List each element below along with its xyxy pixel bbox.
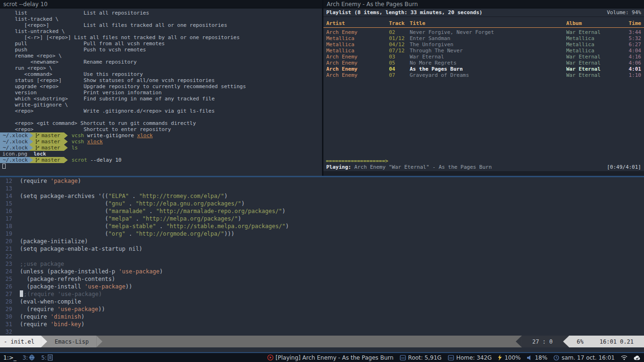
playing-track: Arch Enemy "War Eternal" - As the Pages … [351,164,492,170]
playlist-row-current[interactable]: Arch Enemy04As the Pages BurnWar Eternal… [323,66,644,72]
shell-prompt-line: ~/.xlock master scrot --delay 10 [0,157,322,163]
document-icon [48,354,53,361]
playlist-row[interactable]: Arch Enemy05No More RegretsWar Eternal4:… [323,60,644,66]
prompt-branch: master [41,145,60,151]
prompt-git-segment: master [33,132,64,139]
playlist-row[interactable]: Metallica04/12The UnforgivenMetallica6:2… [323,41,644,48]
column-artist[interactable]: Artist [326,20,389,26]
prompt-path: ~/.xlock [3,139,28,145]
workspace-button-1[interactable]: 1:>_ [3,354,17,361]
disk-icon [400,355,406,361]
code-line: 23;;use package [3,260,644,268]
status-bar: 1:>_ 3: 5: [Playing] Arch Enemy - As the… [0,353,644,362]
disk-home-text: Home: 342G [456,354,492,361]
emacs-cursor [20,290,23,297]
emacs-modeline: - init.el Emacs-Lisp 27 : 0 6% 16:01 0.2… [0,336,644,347]
column-time[interactable]: Time [618,20,641,26]
battery-text: 100% [504,354,520,361]
modeline-buffer-percent: 6% [577,338,583,345]
emacs-buffer[interactable]: 12(require 'package) 13 14(setq package-… [0,177,644,336]
powerline-separator [29,132,33,139]
now-playing-text: [Playing] Arch Enemy - As the Pages Burn [276,354,394,361]
playlist-row[interactable]: Metallica07/12Through The NeverMetallica… [323,48,644,54]
prompt-branch: master [41,157,60,163]
modeline-line-column: 27 : 0 [522,336,563,347]
powerline-separator [516,336,522,347]
modeline-buffer-name[interactable]: - init.el [0,336,41,347]
play-circle-icon [267,354,273,361]
modeline-time-load: 16:01 0.21 [600,338,634,345]
terminal-titlebar[interactable]: scrot --delay 10 [0,0,322,8]
volume-indicator: Volume: 94% [607,9,641,16]
modeline-major-mode[interactable]: Emacs-Lisp [47,336,96,347]
disk-root-text: Root: 5,91G [408,354,442,361]
code-line: 25 (package-refresh-contents) [3,275,644,283]
disk-icon [448,355,454,361]
status-items: [Playing] Arch Enemy - As the Pages Burn… [267,354,641,361]
playlist-empty-space [323,78,644,158]
terminal-window: scrot --delay 10 list List all repositor… [0,0,322,176]
code-line: 26 (package-install 'use-package)) [3,283,644,290]
powerline-separator [29,139,33,145]
battery-item: 100% [498,354,520,361]
column-title[interactable]: Title [410,20,566,26]
code-line: 15 ("gnu" . "http://elpa.gnu.org/package… [3,200,644,207]
globe-icon [29,354,35,361]
terminal-cursor-line [2,163,322,169]
now-playing-status: Playing: Arch Enemy "War Eternal" - As t… [323,164,644,170]
workspace-button-5[interactable]: 5: [41,354,53,361]
column-track[interactable]: Track [389,20,410,26]
terminal-cursor [2,164,6,169]
shell-command: scrot --delay 10 [72,157,122,163]
player-title: Arch Enemy - As the Pages Burn [327,1,418,8]
playlist-row[interactable]: Metallica01/12Enter SandmanMetallica5:32 [323,35,644,41]
playlist-header: Playlist (8 items, length: 33 minutes, 2… [323,8,644,17]
code-line: 20(package-initialize) [3,238,644,245]
date-text: sam. 17 oct. 16:01 [561,354,615,361]
cloud-sync-icon [634,355,641,360]
shell-command: ls [72,145,78,151]
emacs-window: 12(require 'package) 13 14(setq package-… [0,177,644,352]
prompt-path-segment: ~/.xlock [0,132,29,139]
clock-item: sam. 17 oct. 16:01 [553,354,615,361]
playback-progress[interactable]: ===================> [323,158,644,164]
shell-prompt-line: ~/.xlock master ls [0,145,322,151]
powerline-separator [29,145,33,151]
code-line: 16 ("marmalade" . "http://marmalade-repo… [3,207,644,215]
wifi-item [621,355,627,360]
prompt-path: ~/.xlock [3,132,28,139]
cloud-sync-item [634,355,641,360]
powerline-separator [64,139,68,145]
volume-text: 18% [535,354,547,361]
player-titlebar[interactable]: Arch Enemy - As the Pages Burn [323,0,644,8]
prompt-git-segment: master [33,157,64,163]
clock-icon [553,355,559,361]
emacs-echo-area[interactable] [0,347,644,352]
code-line: 19 ("org" . "http://orgmode.org/elpa/"))… [3,230,644,238]
workspace-button-3[interactable]: 3: [23,354,35,361]
playlist-row[interactable]: Arch Enemy07Graveyard of DreamsWar Etern… [323,72,644,78]
playlist-row[interactable]: Arch Enemy02Never Forgive, Never ForgetW… [323,29,644,35]
bolt-icon [498,354,502,361]
playback-time: [0:49/4:01] [607,164,641,170]
playlist-row[interactable]: Arch Enemy03War EternalWar Eternal4:16 [323,54,644,60]
column-album[interactable]: Album [566,20,618,26]
top-window-row: scrot --delay 10 list List all repositor… [0,0,644,176]
terminal-title: scrot --delay 10 [3,1,48,8]
terminal-content[interactable]: list List all repositories list-tracked … [0,8,322,176]
disk-root-item: Root: 5,91G [400,354,442,361]
shell-command: vcsh xlock [72,139,103,145]
playlist-summary: Playlist (8 items, length: 33 minutes, 2… [326,9,482,16]
modeline-right-segment: 6% 16:01 0.21 [569,336,644,347]
player-bottom-strip [323,171,644,176]
vcsh-help-text: list List all repositories list-tracked … [2,10,322,132]
git-branch-icon [35,139,40,144]
prompt-path-segment: ~/.xlock [0,157,29,163]
powerline-separator [64,157,68,163]
header-rule [323,27,644,28]
code-line: 28(eval-when-compile [3,298,644,305]
powerline-separator [64,145,68,151]
player-content[interactable]: Playlist (8 items, length: 33 minutes, 2… [323,8,644,176]
code-line: 17 ("melpa" . "http://melpa.org/packages… [3,215,644,222]
code-line: 22 [3,253,644,260]
